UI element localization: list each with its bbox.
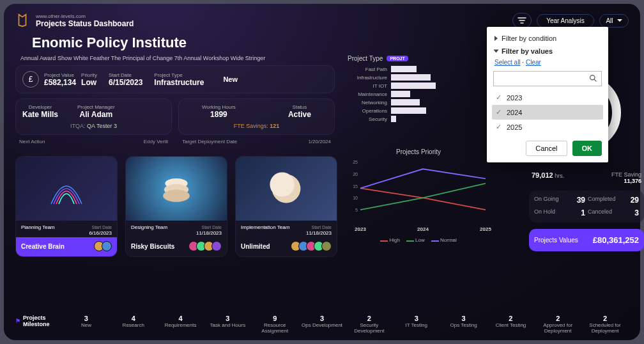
fte-saving-label: FTE Saving [611, 171, 641, 178]
select-all-link[interactable]: Select all [494, 59, 521, 66]
start-date-value: 11/18/2023 [306, 230, 332, 236]
milestone-count: 3 [440, 315, 487, 322]
check-icon: ✓ [496, 93, 502, 102]
stat-label: Completed [588, 196, 616, 205]
projt-badge: PROJT [387, 56, 408, 61]
itqa-label: ITQA: [70, 123, 86, 129]
milestone-item: 3Task and Hours [204, 315, 251, 334]
project-type-title: Project Type [348, 55, 383, 62]
milestone-label: Security Development [346, 322, 393, 334]
milestone-label: Client Testing [487, 322, 534, 328]
all-label: All [606, 17, 613, 24]
priority-svg: 510152025202320242025 [345, 158, 492, 235]
check-icon: ✓ [496, 123, 502, 131]
start-date-label: Start Date [201, 225, 222, 230]
team-card[interactable]: Implementation TeamStart Date11/18/2023 … [235, 156, 337, 257]
annual-bar: Annual Award Show White Feather The Prin… [20, 55, 335, 61]
milestone-count: 3 [393, 315, 440, 322]
next-action-value: Eddy Vertil [144, 139, 168, 145]
team-brand: Unlimited [241, 243, 270, 250]
milestone-item: 3Ops Development [298, 315, 346, 334]
filter-options-list: ✓2023✓2024✓2025 [487, 90, 608, 134]
itqa-value: QA Tester 3 [87, 123, 117, 129]
team-card[interactable]: Designing TeamStart Date11/18/2023 Risky… [125, 156, 227, 257]
milestone-item: 4Research [110, 315, 157, 334]
milestone-label: Scheduled for Deployment [581, 322, 629, 334]
search-icon [589, 74, 597, 84]
year-analysis-button[interactable]: Year Analysis [537, 14, 594, 27]
svg-line-14 [594, 79, 596, 81]
filter-option-label: 2025 [507, 123, 522, 131]
bar [391, 116, 396, 122]
milestone-label: IT Testing [393, 322, 440, 328]
filter-by-condition[interactable]: Filter by condition [487, 32, 608, 45]
bar [391, 66, 417, 72]
kpi-label: Project Value [44, 72, 76, 78]
team-name: Implementation Team [241, 224, 289, 236]
chevron-down-icon [617, 19, 622, 22]
filter-by-values[interactable]: Filter by values [487, 45, 608, 58]
filter-vals-label: Filter by values [502, 47, 553, 55]
legend-item: Normal [431, 237, 457, 243]
milestone-item: 2Security Development [346, 315, 393, 334]
milestone-label: Research [110, 322, 157, 328]
priority-title: Projects Priority [345, 148, 492, 155]
team-image [16, 157, 117, 221]
people-card-right: Working Hours1899 StatusActive FTE Savin… [178, 98, 335, 135]
start-date-label: Start Date [311, 225, 332, 230]
cancel-button[interactable]: Cancel [526, 141, 567, 156]
legend-item: Low [406, 237, 425, 243]
svg-text:10: 10 [353, 196, 358, 200]
brand-url: www.other-levels.com [36, 13, 134, 19]
team-name: Designing Team [131, 224, 167, 236]
kpi-label: Working Hours [202, 104, 236, 110]
filter-icon-button[interactable] [512, 13, 532, 28]
svg-text:2025: 2025 [480, 226, 491, 232]
filter-popover: Filter by condition Filter by values Sel… [487, 27, 608, 162]
all-dropdown[interactable]: All [599, 14, 629, 27]
bar-label: Networking [348, 100, 387, 106]
stat-label: On Hold [534, 208, 555, 217]
kpi-value: Low [81, 78, 97, 87]
dashboard-frame: www.other-levels.com Projects Status Das… [4, 4, 640, 340]
fte-saving-value: 11,376 [624, 178, 641, 184]
team-image [236, 157, 337, 221]
stat-value: 39 [577, 196, 585, 205]
filter-search[interactable] [493, 71, 602, 86]
milestone-label: Ops Testing [440, 322, 487, 328]
filter-option[interactable]: ✓2023 [492, 90, 603, 105]
milestone-item: 3New [63, 315, 110, 334]
bar [391, 99, 420, 106]
people-card-left: DeveloperKate Mills Project ManagerAli A… [15, 98, 172, 135]
bar [391, 74, 431, 81]
stat-label: Canceled [588, 208, 612, 217]
avatar [102, 241, 112, 251]
ok-button[interactable]: OK [572, 141, 602, 156]
filter-option[interactable]: ✓2024 [492, 105, 603, 120]
avatar-stack [293, 241, 332, 251]
milestone-label: New [63, 322, 110, 328]
kpi-label: Status [293, 104, 307, 110]
milestone-count: 2 [581, 315, 629, 322]
avatar [211, 241, 222, 251]
svg-text:25: 25 [353, 160, 358, 164]
svg-text:20: 20 [353, 172, 358, 176]
team-name: Planning Team [21, 224, 55, 236]
bar-label: Maintenance [348, 91, 387, 97]
svg-point-2 [163, 190, 190, 202]
brand: www.other-levels.com Projects Status Das… [15, 13, 134, 28]
start-date-label: Start Date [91, 225, 112, 230]
filter-option[interactable]: ✓2025 [492, 120, 603, 134]
clear-link[interactable]: Clear [526, 59, 541, 66]
svg-point-4 [270, 172, 294, 196]
flag-icon: ⚑ [15, 318, 20, 324]
priority-chart: Projects Priority 510152025202320242025 … [345, 148, 492, 243]
milestone-count: 3 [204, 315, 251, 322]
milestone-count: 4 [110, 315, 157, 322]
milestone-label: Resource Assignment [251, 322, 298, 334]
team-card[interactable]: Planning TeamStart Date6/16/2023 Creativ… [15, 156, 118, 257]
kpi-label: Start Date [109, 72, 142, 78]
team-image [126, 157, 227, 221]
filter-search-input[interactable] [498, 75, 589, 82]
target-date-value: 1/20/2024 [308, 139, 331, 145]
